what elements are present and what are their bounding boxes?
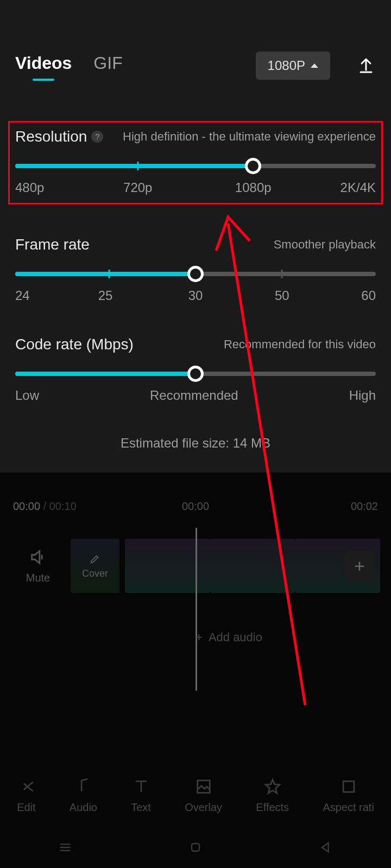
framerate-hint: Smoother playback xyxy=(94,238,376,252)
resolution-labels: 480p 720p 1080p 2K/4K xyxy=(15,180,376,196)
upload-icon xyxy=(356,56,376,75)
framerate-section: Frame rate Smoother playback 24 25 30 50… xyxy=(15,236,376,304)
svg-point-0 xyxy=(20,781,24,786)
time-current: 00:00 xyxy=(13,500,40,512)
resolution-section: Resolution ? High definition - the ultim… xyxy=(8,121,383,205)
coderate-title: Code rate (Mbps) xyxy=(15,336,134,353)
tool-text[interactable]: Text xyxy=(131,777,151,814)
tool-edit[interactable]: Edit xyxy=(17,777,35,814)
svg-rect-4 xyxy=(343,781,354,792)
tab-gif[interactable]: GIF xyxy=(93,53,122,79)
resolution-dropdown-label: 1080P xyxy=(268,58,305,73)
playhead[interactable] xyxy=(195,528,197,691)
star-icon xyxy=(263,777,282,796)
mute-button[interactable]: Mute xyxy=(11,548,65,584)
resolution-dropdown[interactable]: 1080P xyxy=(256,52,330,80)
coderate-labels: Low Recommended High xyxy=(15,388,376,403)
time-right: 00:02 xyxy=(351,500,378,513)
resolution-hint: High definition - the ultimate viewing e… xyxy=(108,130,376,144)
tool-effects[interactable]: Effects xyxy=(256,777,289,814)
tool-aspect-ratio[interactable]: Aspect rati xyxy=(323,777,374,814)
clip-strip[interactable] xyxy=(125,539,380,593)
coderate-slider[interactable] xyxy=(15,372,376,376)
resolution-slider[interactable] xyxy=(15,164,376,168)
speaker-icon xyxy=(29,548,47,566)
framerate-slider-thumb[interactable] xyxy=(187,266,204,282)
text-icon xyxy=(132,777,150,796)
time-mid: 00:00 xyxy=(182,500,209,513)
framerate-title: Frame rate xyxy=(15,236,90,253)
resolution-title: Resolution xyxy=(15,128,87,145)
export-button[interactable] xyxy=(356,56,376,75)
chevron-up-icon xyxy=(311,63,318,68)
resolution-slider-thumb[interactable] xyxy=(245,158,261,174)
svg-rect-3 xyxy=(197,781,210,793)
help-icon[interactable]: ? xyxy=(91,131,103,143)
overlay-icon xyxy=(194,777,213,796)
coderate-section: Code rate (Mbps) Recommended for this vi… xyxy=(15,336,376,403)
music-note-icon xyxy=(74,777,92,796)
add-clip-button[interactable]: + xyxy=(344,551,375,581)
coderate-slider-thumb[interactable] xyxy=(187,366,204,382)
tab-videos[interactable]: Videos xyxy=(15,53,72,79)
scissors-icon xyxy=(17,777,35,796)
estimated-size: Estimated file size: 14 MB xyxy=(15,436,376,451)
cover-button[interactable]: Cover xyxy=(71,539,119,593)
framerate-slider[interactable] xyxy=(15,272,376,276)
framerate-labels: 24 25 30 50 60 xyxy=(15,288,376,304)
square-icon xyxy=(339,777,358,796)
time-total: / xyxy=(43,500,49,512)
add-audio-button[interactable]: + Add audio xyxy=(195,630,262,644)
nav-menu-icon[interactable] xyxy=(58,840,73,857)
tool-audio[interactable]: Audio xyxy=(70,777,97,814)
nav-back-icon[interactable] xyxy=(318,840,333,857)
nav-home-icon[interactable] xyxy=(188,840,203,857)
svg-rect-5 xyxy=(192,844,199,851)
editor-backdrop: 00:00 / 00:10 00:00 00:02 Mute Cover + +… xyxy=(0,468,391,868)
svg-point-1 xyxy=(20,788,24,793)
pencil-icon xyxy=(89,553,101,565)
coderate-hint: Recommended for this video xyxy=(138,337,376,352)
tool-overlay[interactable]: Overlay xyxy=(185,777,222,814)
